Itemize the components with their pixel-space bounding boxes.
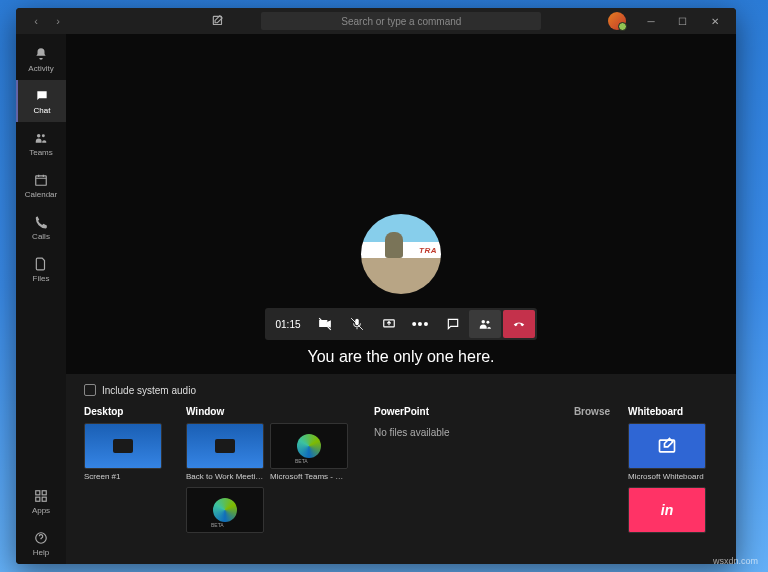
rail-label: Files — [33, 274, 50, 283]
teams-icon — [33, 130, 49, 146]
desktop-header: Desktop — [84, 406, 168, 417]
titlebar: ‹ › Search or type a command ─ ☐ ✕ — [16, 8, 736, 34]
participant-avatar — [361, 214, 441, 294]
participants-button[interactable] — [469, 310, 501, 338]
apps-icon — [33, 488, 49, 504]
main-content: 01:15 ••• You are the only one here. Inc… — [66, 34, 736, 564]
share-tray-icon — [382, 317, 396, 331]
nav-back-button[interactable]: ‹ — [26, 11, 46, 31]
camera-off-icon — [318, 317, 332, 331]
rail-apps[interactable]: Apps — [16, 480, 66, 522]
rail-calls[interactable]: Calls — [16, 206, 66, 248]
svg-rect-5 — [42, 490, 46, 494]
rail-label: Help — [33, 548, 49, 557]
whiteboard-icon — [657, 436, 677, 456]
maximize-button[interactable]: ☐ — [668, 10, 698, 32]
search-input[interactable]: Search or type a command — [261, 12, 541, 30]
nav-arrows: ‹ › — [26, 11, 68, 31]
chat-panel-button[interactable] — [437, 310, 469, 338]
rail-calendar[interactable]: Calendar — [16, 164, 66, 206]
lonely-message: You are the only one here. — [307, 348, 494, 366]
thumb-label: Screen #1 — [84, 472, 162, 481]
svg-point-2 — [42, 134, 45, 137]
window-header: Window — [186, 406, 356, 417]
close-button[interactable]: ✕ — [700, 10, 730, 32]
close-icon: ✕ — [711, 16, 719, 27]
help-icon — [33, 530, 49, 546]
powerpoint-header-row: PowerPoint Browse — [374, 406, 610, 417]
share-screen-button[interactable] — [373, 310, 405, 338]
minimize-button[interactable]: ─ — [636, 10, 666, 32]
share-tray: Include system audio Desktop Screen #1 — [66, 374, 736, 564]
user-avatar[interactable] — [608, 12, 626, 30]
window-thumbnail — [186, 487, 264, 533]
svg-point-1 — [37, 133, 41, 137]
rail-chat[interactable]: Chat — [16, 80, 66, 122]
share-window-edge2[interactable] — [186, 487, 264, 533]
nav-forward-button[interactable]: › — [48, 11, 68, 31]
rail-activity[interactable]: Activity — [16, 38, 66, 80]
thumb-label: Back to Work Meeting (M... — [186, 472, 264, 481]
thumb-label: Microsoft Whiteboard — [628, 472, 714, 481]
browse-link[interactable]: Browse — [574, 406, 610, 417]
calendar-icon — [33, 172, 49, 188]
thumb-label: Microsoft Teams - How t... — [270, 472, 348, 481]
svg-point-12 — [486, 321, 489, 324]
svg-rect-4 — [36, 490, 40, 494]
invision-thumbnail: in — [628, 487, 706, 533]
rail-label: Apps — [32, 506, 50, 515]
minimize-icon: ─ — [647, 16, 654, 27]
search-placeholder: Search or type a command — [341, 16, 461, 27]
share-whiteboard-ms[interactable]: Microsoft Whiteboard — [628, 423, 714, 481]
svg-rect-7 — [42, 497, 46, 501]
compose-button[interactable] — [208, 11, 228, 31]
phone-icon — [33, 214, 49, 230]
chat-bubble-icon — [446, 317, 460, 331]
call-timer: 01:15 — [267, 319, 308, 330]
rail-label: Calls — [32, 232, 50, 241]
svg-point-11 — [481, 320, 485, 324]
toggle-camera-button[interactable] — [309, 310, 341, 338]
window-thumbnail — [270, 423, 348, 469]
body: Activity Chat Teams Calendar Calls Files — [16, 34, 736, 564]
compose-icon — [211, 14, 225, 28]
include-audio-row[interactable]: Include system audio — [84, 384, 718, 396]
svg-rect-3 — [36, 175, 47, 184]
rail-teams[interactable]: Teams — [16, 122, 66, 164]
share-window-meeting[interactable]: Back to Work Meeting (M... — [186, 423, 264, 481]
rail-help[interactable]: Help — [16, 522, 66, 564]
share-desktop-screen1[interactable]: Screen #1 — [84, 423, 162, 481]
no-files-message: No files available — [374, 427, 610, 438]
hangup-icon — [512, 317, 526, 331]
rail-label: Activity — [28, 64, 53, 73]
call-stage: 01:15 ••• You are the only one here. — [66, 34, 736, 374]
rail-label: Calendar — [25, 190, 57, 199]
screen-thumbnail — [84, 423, 162, 469]
chat-icon — [34, 88, 50, 104]
whiteboard-thumbnail — [628, 423, 706, 469]
share-window-edge1[interactable]: Microsoft Teams - How t... — [270, 423, 348, 481]
rail-files[interactable]: Files — [16, 248, 66, 290]
people-icon — [478, 317, 492, 331]
edge-beta-icon — [213, 498, 237, 522]
include-audio-checkbox[interactable] — [84, 384, 96, 396]
mic-off-icon — [350, 317, 364, 331]
rail-label: Chat — [34, 106, 51, 115]
svg-rect-6 — [36, 497, 40, 501]
more-options-button[interactable]: ••• — [405, 310, 437, 338]
app-rail: Activity Chat Teams Calendar Calls Files — [16, 34, 66, 564]
toggle-mic-button[interactable] — [341, 310, 373, 338]
rail-label: Teams — [29, 148, 53, 157]
powerpoint-header: PowerPoint — [374, 406, 429, 417]
share-whiteboard-invision[interactable]: in — [628, 487, 714, 533]
watermark: wsxdn.com — [713, 556, 758, 566]
hang-up-button[interactable] — [503, 310, 535, 338]
chevron-right-icon: › — [56, 15, 60, 27]
call-controls: 01:15 ••• — [265, 308, 536, 340]
invision-icon: in — [661, 502, 673, 518]
whiteboard-header: Whiteboard — [628, 406, 718, 417]
ellipsis-icon: ••• — [412, 316, 430, 332]
maximize-icon: ☐ — [678, 16, 687, 27]
bell-icon — [33, 46, 49, 62]
titlebar-right: ─ ☐ ✕ — [608, 10, 730, 32]
